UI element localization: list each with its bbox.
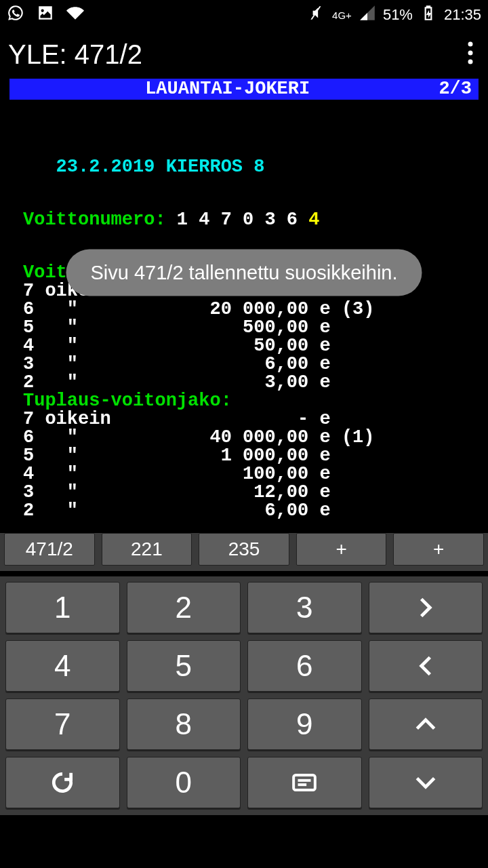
teletext-header: LAUANTAI-JOKERI 2/3 [9, 79, 479, 100]
v-row: 4 " 50,00 e [23, 336, 331, 356]
key-5[interactable]: 5 [127, 640, 241, 692]
wifi-icon [66, 4, 84, 26]
v-row: 5 " 500,00 e [23, 317, 331, 338]
svg-point-1 [468, 51, 473, 56]
chevron-right-icon [413, 595, 439, 620]
refresh-icon [49, 770, 75, 795]
v-row: 2 " 3,00 e [23, 372, 331, 393]
key-next[interactable] [369, 582, 483, 633]
toast-message: Sivu 471/2 tallennettu suosikkeihin. [66, 250, 422, 296]
svg-point-2 [468, 60, 473, 64]
favorite-button-2[interactable]: 221 [102, 533, 192, 566]
whatsapp-icon [7, 4, 24, 26]
chevron-left-icon [413, 653, 439, 679]
key-2[interactable]: 2 [127, 582, 241, 633]
key-6[interactable]: 6 [247, 640, 362, 692]
app-bar: YLE: 471/2 [0, 30, 488, 79]
t-row: 7 oikein - e [23, 409, 331, 429]
favorites-bar: 471/2 221 235 + + [0, 533, 488, 571]
key-3[interactable]: 3 [247, 582, 362, 633]
teletext-header-title: LAUANTAI-JOKERI [16, 80, 439, 98]
svg-rect-3 [293, 775, 315, 790]
key-0[interactable]: 0 [127, 757, 241, 808]
network-type: 4G+ [332, 10, 352, 20]
key-8[interactable]: 8 [127, 698, 241, 750]
teletext-viewport[interactable]: LAUANTAI-JOKERI 2/3 23.2.2019 KIERROS 8 … [0, 79, 488, 579]
clock: 21:35 [444, 6, 481, 24]
svg-point-0 [468, 42, 473, 47]
favorite-button-3[interactable]: 235 [199, 533, 289, 566]
v-row: 3 " 6,00 e [23, 354, 331, 374]
status-bar: 4G+ 51% 21:35 [0, 0, 488, 30]
t-row: 6 " 40 000,00 e (1) [23, 427, 374, 448]
key-1[interactable]: 1 [5, 582, 120, 633]
key-subpage-up[interactable] [369, 698, 483, 750]
overflow-menu-button[interactable] [461, 35, 480, 74]
image-icon [37, 4, 54, 26]
date-line: 23.2.2019 KIERROS 8 [23, 157, 264, 177]
page-title: YLE: 471/2 [8, 39, 142, 70]
keypad: 1 2 3 4 5 6 7 8 9 0 [0, 576, 488, 815]
tuplaus-label: Tuplaus-voitonjako: [23, 391, 232, 411]
teletext-body: 23.2.2019 KIERROS 8 Voittonumero: 1 4 7 … [9, 100, 479, 538]
winnum-last: 4 [298, 210, 319, 230]
t-row: 5 " 1 000,00 e [23, 446, 331, 466]
chevron-down-icon [413, 770, 439, 795]
v-row: 6 " 20 000,00 e (3) [23, 299, 374, 319]
t-row: 4 " 100,00 e [23, 464, 331, 484]
t-row: 3 " 12,00 e [23, 482, 331, 502]
battery-percent: 51% [383, 6, 413, 24]
mute-icon [308, 4, 325, 26]
key-list[interactable] [247, 757, 362, 808]
winnum-digits: 1 4 7 0 3 6 [166, 210, 298, 230]
key-subpage-down[interactable] [369, 757, 483, 808]
favorite-button-1[interactable]: 471/2 [4, 533, 95, 566]
key-refresh[interactable] [5, 757, 120, 808]
favorite-add-button[interactable]: + [296, 533, 387, 566]
key-prev[interactable] [369, 640, 483, 692]
t-row: 2 " 6,00 e [23, 500, 331, 521]
signal-icon [359, 4, 376, 26]
key-7[interactable]: 7 [5, 698, 120, 750]
key-9[interactable]: 9 [247, 698, 362, 750]
key-4[interactable]: 4 [5, 640, 120, 692]
teletext-header-page: 2/3 [439, 80, 472, 98]
chevron-up-icon [413, 711, 439, 737]
winnum-label: Voittonumero: [23, 210, 166, 230]
battery-icon [420, 4, 437, 26]
favorite-add-button[interactable]: + [393, 533, 484, 566]
list-icon [291, 770, 317, 795]
